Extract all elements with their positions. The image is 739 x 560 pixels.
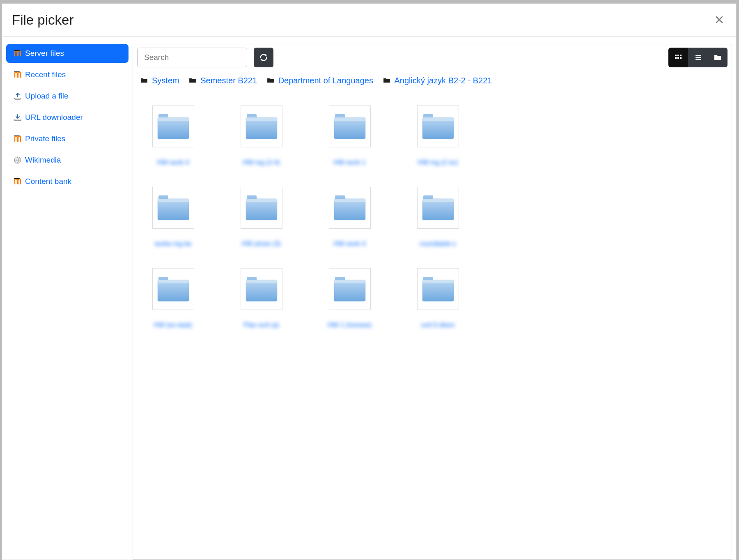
modal-body: Server files Recent files Upload a file … [2, 37, 516, 378]
folder-thumb [241, 268, 282, 310]
repo-label: Private files [25, 134, 65, 143]
refresh-icon [259, 53, 268, 62]
breadcrumb-item[interactable]: System [140, 73, 179, 88]
folder-label: HW photo (3) [242, 240, 281, 248]
folder-item[interactable]: HW ing (2-4) [230, 106, 293, 166]
folder-icon [189, 78, 196, 83]
moodle-icon [14, 177, 22, 186]
folder-icon [140, 78, 148, 83]
repo-label: URL downloader [25, 113, 83, 122]
globe-icon [14, 156, 22, 164]
folder-item[interactable]: roundtable s [406, 187, 470, 248]
folder-icon [267, 78, 274, 83]
breadcrumb-item[interactable]: Department of Languages [267, 73, 373, 88]
repo-label: Content bank [25, 177, 71, 186]
folder-item[interactable]: HW ing (2 ex) [406, 106, 470, 166]
moodle-icon [14, 135, 22, 143]
moodle-icon [14, 71, 22, 79]
breadcrumb-item[interactable]: Anglický jazyk B2-2 - B221 [383, 73, 492, 88]
file-area-wrap: HW work 4 HW ing (2-4) HW work 1 HW ing … [133, 93, 516, 378]
repo-label: Server files [25, 49, 64, 58]
folder-thumb [152, 106, 194, 147]
folder-icon [383, 78, 390, 83]
svg-rect-30 [158, 280, 189, 283]
folder-label: HW 1 (homew) [328, 321, 372, 329]
upload-icon [14, 92, 22, 100]
breadcrumb-link: System [152, 73, 179, 88]
refresh-button[interactable] [254, 48, 273, 67]
repo-recent-files[interactable]: Recent files [6, 65, 129, 84]
folder-item[interactable]: HW (ex-task) [141, 268, 205, 329]
folder-item[interactable]: HW 1 (homew) [318, 268, 381, 329]
folder-thumb [329, 106, 371, 147]
folder-item[interactable]: HW work 4 [318, 187, 381, 248]
repo-label: Recent files [25, 70, 66, 79]
folder-label: unit 6 idiom [421, 321, 455, 329]
modal-header: File picker [2, 4, 516, 37]
repo-wikimedia[interactable]: Wikimedia [6, 151, 129, 170]
folder-item[interactable]: unit 6 idiom [406, 268, 470, 329]
folder-thumb [152, 187, 194, 229]
folder-item[interactable]: works ing be [141, 187, 205, 248]
folder-label: HW work 1 [333, 159, 365, 166]
repo-upload-file[interactable]: Upload a file [6, 87, 129, 106]
folder-thumb [329, 187, 371, 229]
svg-rect-16 [246, 117, 277, 121]
breadcrumb: System Semester B221 Department of Langu… [133, 71, 516, 93]
folder-thumb [152, 268, 194, 310]
modal-title: File picker [12, 12, 73, 28]
moodle-icon [14, 49, 22, 57]
svg-rect-18 [334, 117, 365, 121]
repo-content-bank[interactable]: Content bank [6, 172, 129, 191]
search-input[interactable] [137, 48, 247, 67]
toolbar [133, 44, 516, 71]
breadcrumb-link: Semester B221 [200, 73, 257, 88]
folder-thumb [417, 106, 459, 147]
folder-label: HW work 4 [157, 159, 189, 166]
repo-url-downloader[interactable]: URL downloader [6, 108, 129, 127]
file-grid: HW work 4 HW ing (2-4) HW work 1 HW ing … [141, 106, 470, 329]
folder-thumb [241, 106, 282, 147]
folder-thumb [241, 187, 282, 229]
svg-rect-26 [334, 199, 365, 202]
repo-label: Upload a file [25, 92, 69, 101]
folder-item[interactable]: HW photo (3) [230, 187, 293, 248]
folder-item[interactable]: Plan ex4 (a) [230, 268, 293, 329]
breadcrumb-item[interactable]: Semester B221 [189, 73, 257, 88]
svg-rect-32 [246, 280, 277, 283]
folder-label: roundtable s [420, 240, 456, 248]
folder-label: Plan ex4 (a) [243, 321, 279, 329]
folder-thumb [329, 268, 371, 310]
breadcrumb-link: Department of Languages [278, 73, 373, 88]
svg-rect-24 [246, 199, 277, 202]
repository-sidebar: Server files Recent files Upload a file … [6, 44, 129, 378]
repo-label: Wikimedia [25, 156, 61, 165]
svg-rect-34 [334, 280, 365, 283]
folder-item[interactable]: HW work 4 [141, 106, 205, 166]
breadcrumb-link: Anglický jazyk B2-2 - B221 [395, 73, 492, 88]
svg-rect-22 [158, 199, 189, 202]
svg-rect-28 [422, 199, 454, 202]
folder-item[interactable]: HW work 1 [318, 106, 381, 166]
repo-server-files[interactable]: Server files [6, 44, 129, 63]
download-icon [14, 113, 22, 122]
svg-rect-14 [158, 117, 189, 121]
folder-label: HW ing (2-4) [243, 159, 280, 166]
folder-label: HW ing (2 ex) [418, 159, 458, 166]
svg-rect-20 [422, 117, 454, 121]
folder-label: HW work 4 [333, 240, 365, 248]
file-picker-modal: File picker Server files Recent files [2, 3, 516, 378]
file-panel: System Semester B221 Department of Langu… [133, 44, 516, 378]
folder-label: works ing be [155, 240, 192, 248]
repo-private-files[interactable]: Private files [6, 129, 129, 148]
folder-thumb [417, 268, 459, 310]
svg-rect-36 [422, 280, 454, 283]
folder-label: HW (ex-task) [154, 321, 192, 329]
folder-thumb [417, 187, 459, 229]
file-area[interactable]: HW work 4 HW ing (2-4) HW work 1 HW ing … [133, 93, 516, 378]
